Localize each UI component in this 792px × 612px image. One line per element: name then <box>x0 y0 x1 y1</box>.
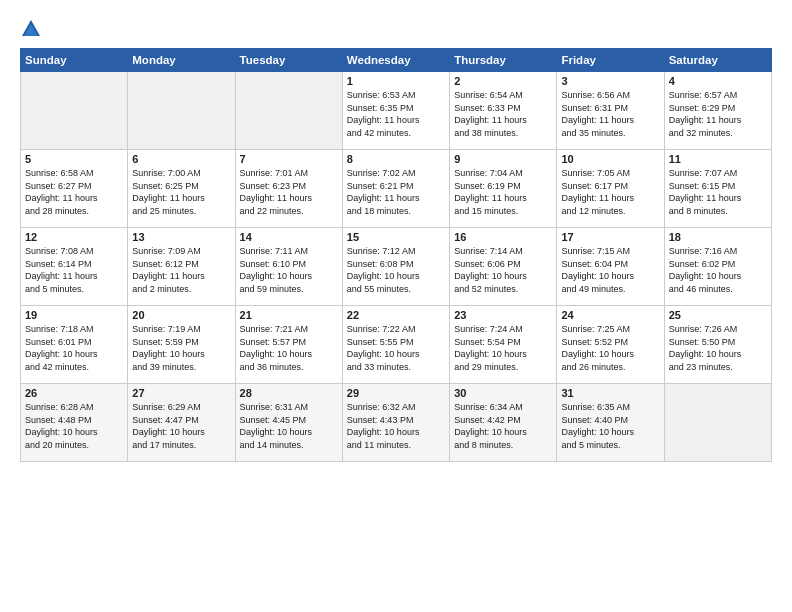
day-info: Sunrise: 6:53 AM Sunset: 6:35 PM Dayligh… <box>347 89 445 139</box>
day-info: Sunrise: 6:34 AM Sunset: 4:42 PM Dayligh… <box>454 401 552 451</box>
calendar-cell: 27Sunrise: 6:29 AM Sunset: 4:47 PM Dayli… <box>128 384 235 462</box>
calendar-cell: 1Sunrise: 6:53 AM Sunset: 6:35 PM Daylig… <box>342 72 449 150</box>
calendar-cell: 31Sunrise: 6:35 AM Sunset: 4:40 PM Dayli… <box>557 384 664 462</box>
calendar-cell: 6Sunrise: 7:00 AM Sunset: 6:25 PM Daylig… <box>128 150 235 228</box>
calendar-week-row: 26Sunrise: 6:28 AM Sunset: 4:48 PM Dayli… <box>21 384 772 462</box>
weekday-header-friday: Friday <box>557 49 664 72</box>
calendar-cell: 5Sunrise: 6:58 AM Sunset: 6:27 PM Daylig… <box>21 150 128 228</box>
calendar-cell: 11Sunrise: 7:07 AM Sunset: 6:15 PM Dayli… <box>664 150 771 228</box>
day-info: Sunrise: 6:32 AM Sunset: 4:43 PM Dayligh… <box>347 401 445 451</box>
day-info: Sunrise: 7:22 AM Sunset: 5:55 PM Dayligh… <box>347 323 445 373</box>
day-number: 9 <box>454 153 552 165</box>
day-number: 17 <box>561 231 659 243</box>
day-number: 12 <box>25 231 123 243</box>
calendar-cell <box>21 72 128 150</box>
day-number: 7 <box>240 153 338 165</box>
calendar-week-row: 19Sunrise: 7:18 AM Sunset: 6:01 PM Dayli… <box>21 306 772 384</box>
calendar-week-row: 1Sunrise: 6:53 AM Sunset: 6:35 PM Daylig… <box>21 72 772 150</box>
day-info: Sunrise: 7:08 AM Sunset: 6:14 PM Dayligh… <box>25 245 123 295</box>
calendar-cell <box>128 72 235 150</box>
day-info: Sunrise: 7:15 AM Sunset: 6:04 PM Dayligh… <box>561 245 659 295</box>
day-number: 21 <box>240 309 338 321</box>
day-number: 30 <box>454 387 552 399</box>
day-number: 3 <box>561 75 659 87</box>
calendar-cell: 28Sunrise: 6:31 AM Sunset: 4:45 PM Dayli… <box>235 384 342 462</box>
day-number: 25 <box>669 309 767 321</box>
day-number: 26 <box>25 387 123 399</box>
calendar-cell <box>664 384 771 462</box>
day-info: Sunrise: 7:02 AM Sunset: 6:21 PM Dayligh… <box>347 167 445 217</box>
day-number: 16 <box>454 231 552 243</box>
weekday-header-thursday: Thursday <box>450 49 557 72</box>
calendar-cell: 14Sunrise: 7:11 AM Sunset: 6:10 PM Dayli… <box>235 228 342 306</box>
logo <box>20 18 44 40</box>
day-number: 2 <box>454 75 552 87</box>
day-info: Sunrise: 6:31 AM Sunset: 4:45 PM Dayligh… <box>240 401 338 451</box>
day-info: Sunrise: 7:25 AM Sunset: 5:52 PM Dayligh… <box>561 323 659 373</box>
day-number: 1 <box>347 75 445 87</box>
day-number: 23 <box>454 309 552 321</box>
day-info: Sunrise: 6:56 AM Sunset: 6:31 PM Dayligh… <box>561 89 659 139</box>
day-number: 15 <box>347 231 445 243</box>
calendar-cell: 2Sunrise: 6:54 AM Sunset: 6:33 PM Daylig… <box>450 72 557 150</box>
day-info: Sunrise: 7:04 AM Sunset: 6:19 PM Dayligh… <box>454 167 552 217</box>
calendar-week-row: 5Sunrise: 6:58 AM Sunset: 6:27 PM Daylig… <box>21 150 772 228</box>
day-info: Sunrise: 7:16 AM Sunset: 6:02 PM Dayligh… <box>669 245 767 295</box>
calendar-cell: 13Sunrise: 7:09 AM Sunset: 6:12 PM Dayli… <box>128 228 235 306</box>
day-info: Sunrise: 7:11 AM Sunset: 6:10 PM Dayligh… <box>240 245 338 295</box>
day-info: Sunrise: 6:28 AM Sunset: 4:48 PM Dayligh… <box>25 401 123 451</box>
day-info: Sunrise: 6:54 AM Sunset: 6:33 PM Dayligh… <box>454 89 552 139</box>
calendar-cell: 17Sunrise: 7:15 AM Sunset: 6:04 PM Dayli… <box>557 228 664 306</box>
day-number: 5 <box>25 153 123 165</box>
calendar-cell: 3Sunrise: 6:56 AM Sunset: 6:31 PM Daylig… <box>557 72 664 150</box>
calendar-cell: 21Sunrise: 7:21 AM Sunset: 5:57 PM Dayli… <box>235 306 342 384</box>
day-info: Sunrise: 7:14 AM Sunset: 6:06 PM Dayligh… <box>454 245 552 295</box>
calendar-cell: 30Sunrise: 6:34 AM Sunset: 4:42 PM Dayli… <box>450 384 557 462</box>
calendar-cell: 10Sunrise: 7:05 AM Sunset: 6:17 PM Dayli… <box>557 150 664 228</box>
day-info: Sunrise: 6:58 AM Sunset: 6:27 PM Dayligh… <box>25 167 123 217</box>
calendar-cell: 18Sunrise: 7:16 AM Sunset: 6:02 PM Dayli… <box>664 228 771 306</box>
day-number: 10 <box>561 153 659 165</box>
day-info: Sunrise: 7:05 AM Sunset: 6:17 PM Dayligh… <box>561 167 659 217</box>
day-info: Sunrise: 7:12 AM Sunset: 6:08 PM Dayligh… <box>347 245 445 295</box>
calendar-cell: 29Sunrise: 6:32 AM Sunset: 4:43 PM Dayli… <box>342 384 449 462</box>
calendar-week-row: 12Sunrise: 7:08 AM Sunset: 6:14 PM Dayli… <box>21 228 772 306</box>
day-info: Sunrise: 6:35 AM Sunset: 4:40 PM Dayligh… <box>561 401 659 451</box>
day-number: 11 <box>669 153 767 165</box>
calendar-cell: 4Sunrise: 6:57 AM Sunset: 6:29 PM Daylig… <box>664 72 771 150</box>
weekday-header-sunday: Sunday <box>21 49 128 72</box>
weekday-header-tuesday: Tuesday <box>235 49 342 72</box>
calendar-cell <box>235 72 342 150</box>
calendar-cell: 25Sunrise: 7:26 AM Sunset: 5:50 PM Dayli… <box>664 306 771 384</box>
day-info: Sunrise: 7:19 AM Sunset: 5:59 PM Dayligh… <box>132 323 230 373</box>
calendar-cell: 22Sunrise: 7:22 AM Sunset: 5:55 PM Dayli… <box>342 306 449 384</box>
day-number: 13 <box>132 231 230 243</box>
day-info: Sunrise: 7:07 AM Sunset: 6:15 PM Dayligh… <box>669 167 767 217</box>
calendar-table: SundayMondayTuesdayWednesdayThursdayFrid… <box>20 48 772 462</box>
day-info: Sunrise: 7:24 AM Sunset: 5:54 PM Dayligh… <box>454 323 552 373</box>
day-number: 27 <box>132 387 230 399</box>
calendar-cell: 26Sunrise: 6:28 AM Sunset: 4:48 PM Dayli… <box>21 384 128 462</box>
day-info: Sunrise: 7:18 AM Sunset: 6:01 PM Dayligh… <box>25 323 123 373</box>
day-number: 4 <box>669 75 767 87</box>
day-number: 8 <box>347 153 445 165</box>
calendar-cell: 7Sunrise: 7:01 AM Sunset: 6:23 PM Daylig… <box>235 150 342 228</box>
day-number: 6 <box>132 153 230 165</box>
logo-icon <box>20 18 42 40</box>
calendar-cell: 19Sunrise: 7:18 AM Sunset: 6:01 PM Dayli… <box>21 306 128 384</box>
calendar-cell: 20Sunrise: 7:19 AM Sunset: 5:59 PM Dayli… <box>128 306 235 384</box>
day-info: Sunrise: 7:21 AM Sunset: 5:57 PM Dayligh… <box>240 323 338 373</box>
day-info: Sunrise: 7:26 AM Sunset: 5:50 PM Dayligh… <box>669 323 767 373</box>
calendar-cell: 12Sunrise: 7:08 AM Sunset: 6:14 PM Dayli… <box>21 228 128 306</box>
day-number: 18 <box>669 231 767 243</box>
day-number: 24 <box>561 309 659 321</box>
day-info: Sunrise: 6:57 AM Sunset: 6:29 PM Dayligh… <box>669 89 767 139</box>
day-number: 28 <box>240 387 338 399</box>
day-info: Sunrise: 7:00 AM Sunset: 6:25 PM Dayligh… <box>132 167 230 217</box>
day-info: Sunrise: 7:01 AM Sunset: 6:23 PM Dayligh… <box>240 167 338 217</box>
page: SundayMondayTuesdayWednesdayThursdayFrid… <box>0 0 792 612</box>
calendar-cell: 24Sunrise: 7:25 AM Sunset: 5:52 PM Dayli… <box>557 306 664 384</box>
day-number: 19 <box>25 309 123 321</box>
calendar-cell: 16Sunrise: 7:14 AM Sunset: 6:06 PM Dayli… <box>450 228 557 306</box>
header <box>20 18 772 40</box>
